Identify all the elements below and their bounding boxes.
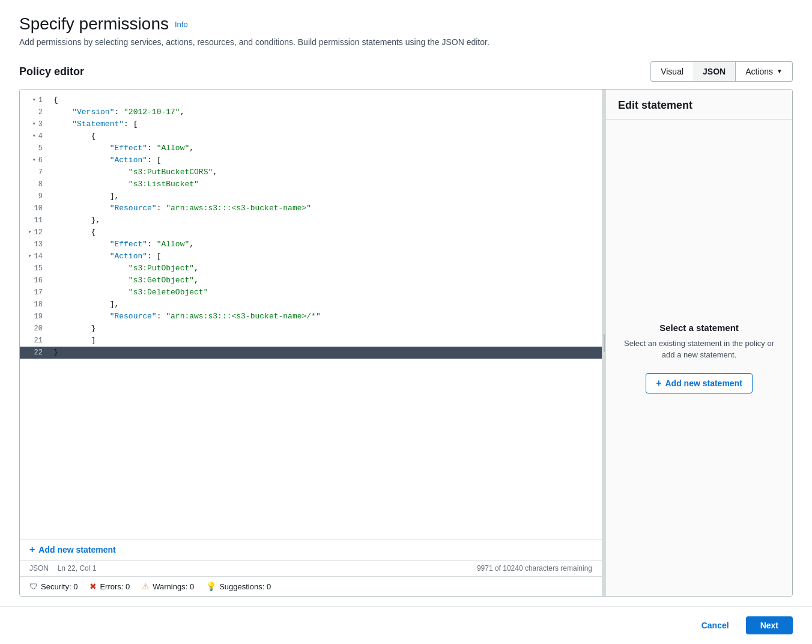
fold-arrow-icon[interactable]: ▾ bbox=[32, 154, 36, 166]
fold-arrow-icon[interactable]: ▾ bbox=[32, 130, 36, 142]
editor-main: ▾1{2 "Version": "2012-10-17",▾3 "Stateme… bbox=[19, 89, 793, 597]
line-content: "s3:ListBucket" bbox=[49, 178, 204, 190]
warnings-item: ⚠ Warnings: 0 bbox=[142, 582, 194, 591]
line-number: 15 bbox=[20, 263, 49, 275]
add-statement-panel-button[interactable]: + Add new statement bbox=[646, 373, 753, 393]
status-left: JSON Ln 22, Col 1 bbox=[29, 564, 96, 573]
table-row: 21 ] bbox=[20, 335, 602, 347]
line-number: 17 bbox=[20, 287, 49, 299]
right-panel-content: Select a statement Select an existing st… bbox=[606, 120, 792, 596]
line-content: } bbox=[49, 347, 63, 359]
fold-arrow-icon[interactable]: ▾ bbox=[28, 251, 32, 263]
line-number: 20 bbox=[20, 323, 49, 335]
add-statement-panel-label: Add new statement bbox=[665, 378, 742, 388]
line-number: 16 bbox=[20, 275, 49, 287]
line-content: { bbox=[49, 130, 100, 142]
line-number: ▾6 bbox=[20, 154, 49, 166]
line-number: 19 bbox=[20, 311, 49, 323]
line-content: "Resource": "arn:aws:s3:::<s3-bucket-nam… bbox=[49, 202, 316, 214]
table-row: 15 "s3:PutObject", bbox=[20, 263, 602, 275]
add-statement-button[interactable]: + Add new statement bbox=[29, 544, 116, 555]
line-content: { bbox=[49, 94, 63, 106]
cancel-button[interactable]: Cancel bbox=[692, 616, 739, 634]
page-title-row: Specify permissions Info bbox=[19, 14, 793, 34]
table-row: 8 "s3:ListBucket" bbox=[20, 178, 602, 190]
plus-panel-icon: + bbox=[656, 378, 661, 389]
line-content: "s3:PutBucketCORS", bbox=[49, 166, 222, 178]
shield-icon: 🛡 bbox=[29, 582, 38, 591]
page-subtitle: Add permissions by selecting services, a… bbox=[19, 37, 793, 47]
line-number: 8 bbox=[20, 178, 49, 190]
line-number: ▾1 bbox=[20, 94, 49, 106]
table-row: ▾6 "Action": [ bbox=[20, 154, 602, 166]
table-row: 10 "Resource": "arn:aws:s3:::<s3-bucket-… bbox=[20, 202, 602, 214]
fold-arrow-icon[interactable]: ▾ bbox=[32, 118, 36, 130]
suggestions-label: Suggestions: 0 bbox=[219, 582, 271, 591]
suggestions-item: 💡 Suggestions: 0 bbox=[206, 582, 271, 591]
line-number: 21 bbox=[20, 335, 49, 347]
line-content: "Statement": [ bbox=[49, 118, 142, 130]
fold-arrow-icon[interactable]: ▾ bbox=[32, 94, 36, 106]
code-area[interactable]: ▾1{2 "Version": "2012-10-17",▾3 "Stateme… bbox=[20, 90, 602, 539]
line-content: { bbox=[49, 226, 100, 238]
chevron-down-icon: ▼ bbox=[777, 65, 783, 77]
line-content: }, bbox=[49, 214, 105, 226]
info-link[interactable]: Info bbox=[175, 20, 188, 29]
right-panel: Edit statement Select a statement Select… bbox=[606, 90, 792, 596]
editor-format: JSON bbox=[29, 564, 49, 573]
fold-arrow-icon[interactable]: ▾ bbox=[28, 226, 32, 238]
line-number: 7 bbox=[20, 166, 49, 178]
add-statement-label: Add new statement bbox=[38, 545, 115, 554]
line-number: 9 bbox=[20, 190, 49, 202]
table-row: 18 ], bbox=[20, 299, 602, 311]
select-statement-title: Select a statement bbox=[659, 323, 739, 333]
code-panel: ▾1{2 "Version": "2012-10-17",▾3 "Stateme… bbox=[20, 90, 602, 596]
policy-editor-section: Policy editor Visual JSON Actions ▼ ▾1{2… bbox=[19, 61, 793, 597]
line-content: "s3:DeleteObject" bbox=[49, 287, 213, 299]
table-row: 13 "Effect": "Allow", bbox=[20, 238, 602, 251]
table-row: ▾4 { bbox=[20, 130, 602, 142]
page-footer: Cancel Next bbox=[0, 606, 812, 644]
visual-button[interactable]: Visual bbox=[650, 61, 693, 82]
table-row: ▾1{ bbox=[20, 94, 602, 106]
code-footer: + Add new statement bbox=[20, 539, 602, 560]
line-content: ] bbox=[49, 335, 100, 347]
line-number: ▾12 bbox=[20, 226, 49, 238]
line-content: "s3:GetObject", bbox=[49, 275, 204, 287]
security-label: Security: 0 bbox=[41, 582, 77, 591]
table-row: 5 "Effect": "Allow", bbox=[20, 142, 602, 154]
diagnostics-bar: 🛡 Security: 0 ✖ Errors: 0 ⚠ Warnings: 0 … bbox=[20, 576, 602, 596]
next-button[interactable]: Next bbox=[746, 616, 793, 634]
table-row: ▾12 { bbox=[20, 226, 602, 238]
page-title: Specify permissions bbox=[19, 14, 169, 34]
line-content: "Resource": "arn:aws:s3:::<s3-bucket-nam… bbox=[49, 311, 326, 323]
editor-position: Ln 22, Col 1 bbox=[58, 564, 97, 573]
select-statement-desc: Select an existing statement in the poli… bbox=[618, 338, 780, 361]
line-number: 5 bbox=[20, 142, 49, 154]
status-bar: JSON Ln 22, Col 1 9971 of 10240 characte… bbox=[20, 560, 602, 576]
table-row: 9 ], bbox=[20, 190, 602, 202]
actions-button[interactable]: Actions ▼ bbox=[736, 61, 793, 82]
panel-divider[interactable] bbox=[602, 90, 606, 596]
line-number: ▾14 bbox=[20, 251, 49, 263]
line-content: "Effect": "Allow", bbox=[49, 238, 199, 251]
line-content: "Action": [ bbox=[49, 251, 166, 263]
line-content: } bbox=[49, 323, 100, 335]
line-content: "s3:PutObject", bbox=[49, 263, 204, 275]
line-content: "Version": "2012-10-17", bbox=[49, 106, 189, 118]
plus-icon: + bbox=[29, 544, 35, 555]
suggestion-icon: 💡 bbox=[206, 582, 216, 591]
error-icon: ✖ bbox=[89, 582, 97, 591]
line-content: "Effect": "Allow", bbox=[49, 142, 199, 154]
table-row: 11 }, bbox=[20, 214, 602, 226]
table-row: 7 "s3:PutBucketCORS", bbox=[20, 166, 602, 178]
page-header: Specify permissions Info Add permissions… bbox=[19, 14, 793, 47]
line-number: 13 bbox=[20, 238, 49, 251]
json-button[interactable]: JSON bbox=[693, 61, 736, 82]
security-item: 🛡 Security: 0 bbox=[29, 582, 77, 591]
line-content: ], bbox=[49, 299, 124, 311]
editor-controls: Visual JSON Actions ▼ bbox=[650, 61, 793, 82]
line-number: 10 bbox=[20, 202, 49, 214]
errors-item: ✖ Errors: 0 bbox=[89, 582, 130, 591]
table-row: 16 "s3:GetObject", bbox=[20, 275, 602, 287]
